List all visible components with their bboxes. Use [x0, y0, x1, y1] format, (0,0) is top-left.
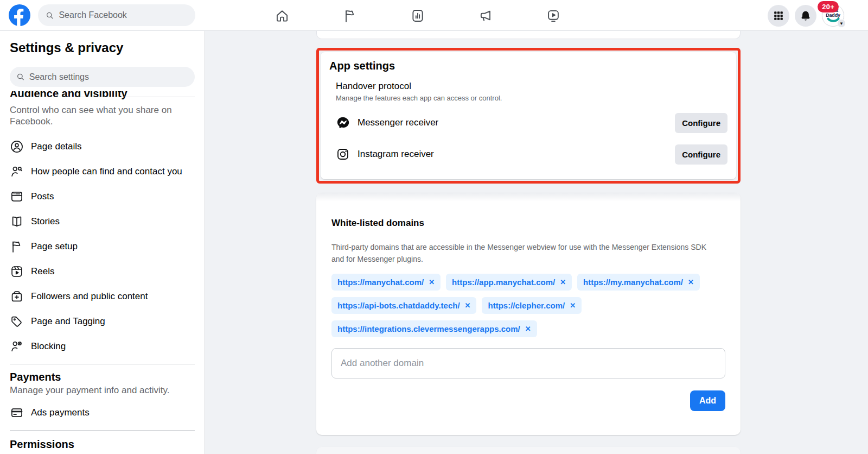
sidebar-item-page-details[interactable]: Page details: [10, 134, 195, 159]
flag-icon: [10, 239, 24, 254]
remove-domain-icon[interactable]: ✕: [570, 302, 576, 309]
settings-search[interactable]: [10, 67, 195, 87]
whitelisted-domain-chip[interactable]: https://my.manychat.com/ ✕: [577, 274, 700, 291]
facebook-search-input[interactable]: [59, 10, 188, 20]
facebook-logo[interactable]: [9, 4, 30, 26]
whitelisted-domain-chip[interactable]: https://clepher.com/ ✕: [482, 297, 582, 314]
domain-chip-list: https://manychat.com/ ✕ https://app.many…: [331, 274, 725, 337]
permissions-heading: Permissions: [10, 438, 195, 451]
sidebar-item-ads-payments[interactable]: Ads payments: [10, 400, 195, 425]
audience-items: Page details How people can find and con…: [10, 134, 195, 359]
sidebar-item-page-setup[interactable]: Page setup: [10, 234, 195, 259]
insights-icon[interactable]: [410, 8, 425, 23]
whitelisted-domains-description: Third-party domains that are accessible …: [331, 242, 718, 265]
whitelisted-domains-title: White-listed domains: [331, 218, 725, 229]
sidebar-divider: [10, 430, 195, 431]
add-domain-button[interactable]: Add: [690, 390, 725, 411]
remove-domain-icon[interactable]: ✕: [688, 279, 694, 286]
whitelisted-domain-chip[interactable]: https://manychat.com/ ✕: [331, 274, 441, 291]
top-navigation-bar: 20+ Chat Daddy ▼: [0, 0, 868, 31]
messenger-receiver-row: Messenger receiver Configure: [336, 112, 727, 134]
next-card-partial: [316, 447, 741, 454]
reels-icon: [10, 264, 24, 279]
instagram-receiver-row: Instagram receiver Configure: [336, 143, 727, 165]
domain-url: https://clepher.com/: [488, 301, 565, 310]
messenger-icon: [336, 116, 350, 130]
tutorial-highlight-box: App settings Handover protocol Manage th…: [316, 48, 741, 184]
search-icon: [46, 11, 54, 20]
audience-section-heading-clipped: Audience and visibility: [10, 91, 195, 100]
credit-card-icon: [10, 406, 24, 420]
app-settings-title: App settings: [329, 60, 727, 72]
topbar-tabs: [275, 0, 561, 31]
user-circle-icon: [10, 140, 24, 154]
configure-messenger-button[interactable]: Configure: [675, 113, 727, 133]
remove-domain-icon[interactable]: ✕: [465, 302, 471, 309]
remove-domain-icon[interactable]: ✕: [525, 325, 531, 332]
add-domain-input[interactable]: [331, 348, 725, 379]
video-icon[interactable]: [546, 8, 561, 23]
pages-flag-icon[interactable]: [342, 8, 358, 23]
sidebar-item-followers-public-content[interactable]: Followers and public content: [10, 284, 195, 309]
domain-url: https://app.manychat.com/: [452, 278, 555, 287]
receiver-label: Instagram receiver: [358, 149, 434, 160]
apps-grid-icon: [773, 10, 784, 22]
whitelisted-domain-chip[interactable]: https://api-bots.chatdaddy.tech/ ✕: [331, 297, 476, 314]
bell-icon: [800, 10, 812, 22]
whitelisted-domain-chip[interactable]: https://integrations.clevermessengerapps…: [331, 320, 537, 337]
remove-domain-icon[interactable]: ✕: [429, 279, 435, 286]
remove-domain-icon[interactable]: ✕: [560, 279, 566, 286]
tag-icon: [10, 314, 24, 329]
sidebar-divider: [10, 364, 195, 364]
home-icon[interactable]: [275, 8, 290, 23]
blocked-user-icon: [10, 339, 24, 354]
facebook-search[interactable]: [38, 4, 195, 26]
person-search-icon: [10, 165, 24, 179]
instagram-icon: [336, 147, 350, 161]
previous-card-partial: [316, 31, 741, 39]
sidebar-item-posts[interactable]: Posts: [10, 184, 195, 209]
domain-url: https://my.manychat.com/: [583, 278, 683, 287]
handover-protocol-title: Handover protocol: [336, 81, 727, 92]
whitelisted-domains-card: White-listed domains Third-party domains…: [316, 193, 741, 435]
domain-url: https://api-bots.chatdaddy.tech/: [337, 301, 460, 310]
notifications-button[interactable]: [795, 5, 816, 27]
receiver-label: Messenger receiver: [358, 117, 438, 128]
sidebar-item-stories[interactable]: Stories: [10, 209, 195, 234]
domain-url: https://manychat.com/: [337, 278, 424, 287]
chevron-down-icon[interactable]: ▼: [837, 19, 846, 28]
settings-content: App settings Handover protocol Manage th…: [206, 31, 868, 454]
section-divider: [10, 97, 195, 97]
post-card-icon: [10, 190, 24, 204]
ads-megaphone-icon[interactable]: [478, 8, 493, 23]
sidebar-item-reels[interactable]: Reels: [10, 259, 195, 284]
box-plus-icon: [10, 289, 24, 304]
page-title: Settings & privacy: [10, 40, 195, 55]
payments-heading: Payments: [10, 371, 195, 383]
sidebar-item-blocking[interactable]: Blocking: [10, 334, 195, 359]
book-icon: [10, 215, 24, 229]
app-settings-card: App settings Handover protocol Manage th…: [321, 52, 736, 179]
payments-description: Manage your payment info and activity.: [10, 385, 195, 396]
settings-sidebar: Settings & privacy Audience and visibili…: [0, 31, 205, 454]
settings-search-input[interactable]: [29, 72, 188, 82]
whitelisted-domain-chip[interactable]: https://app.manychat.com/ ✕: [446, 274, 572, 291]
configure-instagram-button[interactable]: Configure: [675, 144, 727, 165]
sidebar-item-how-people-find-you[interactable]: How people can find and contact you: [10, 159, 195, 184]
search-icon: [16, 72, 25, 81]
sidebar-item-page-and-tagging[interactable]: Page and Tagging: [10, 309, 195, 334]
notification-count-badge: 20+: [818, 1, 839, 12]
audience-section-description: Control who can see what you share on Fa…: [10, 104, 195, 127]
handover-protocol-description: Manage the features each app can access …: [336, 94, 727, 102]
apps-menu-button[interactable]: [768, 5, 789, 27]
domain-url: https://integrations.clevermessengerapps…: [337, 324, 520, 333]
